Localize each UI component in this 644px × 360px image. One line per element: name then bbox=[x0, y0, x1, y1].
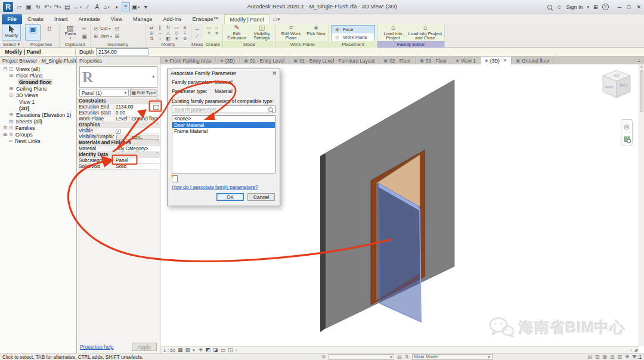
array-icon[interactable]: ≡ bbox=[184, 30, 187, 36]
customize-qat-icon[interactable]: ▾ bbox=[141, 2, 150, 11]
solid-void-value[interactable]: Solid bbox=[114, 164, 160, 169]
cancel-button[interactable]: Cancel bbox=[247, 193, 275, 201]
tree-item-views-all[interactable]: ⊟◫Views (all) bbox=[0, 66, 76, 72]
apply-button[interactable]: Apply bbox=[132, 343, 157, 351]
panel-caption-select[interactable]: Select ▾ bbox=[0, 41, 23, 48]
cut-geometry-button[interactable]: ⊘Cut▾ bbox=[92, 24, 112, 32]
view-tab-entry-level[interactable]: ▣01 - Entry Level bbox=[240, 57, 289, 64]
redo-icon[interactable]: ↷▾ bbox=[53, 2, 61, 11]
sun-path-icon[interactable]: ◐ bbox=[193, 347, 196, 353]
tab-modify-panel[interactable]: Modify | Panel bbox=[224, 14, 270, 24]
view-cube[interactable]: TOP RIGHT BACK bbox=[599, 68, 634, 103]
section-identity-data[interactable]: Identity Dataˆ bbox=[77, 152, 160, 158]
aligned-dimension-icon[interactable]: ∕ bbox=[83, 2, 92, 11]
parameter-item-door-material[interactable]: Door Material bbox=[172, 122, 275, 129]
properties-help-link[interactable]: Properties help bbox=[80, 344, 113, 350]
tree-item-ground-floor[interactable]: Ground floor bbox=[0, 79, 76, 85]
tree-item-revit-links[interactable]: ∞Revit Links bbox=[0, 138, 76, 144]
section-constraints[interactable]: Constraintsˆ bbox=[77, 98, 160, 104]
family-types-button[interactable]: ⌗ bbox=[42, 24, 57, 41]
measure-dropdown-icon[interactable]: ▾ bbox=[80, 5, 82, 9]
work-plane-value[interactable]: Level : Ground floor bbox=[114, 116, 160, 122]
default-3d-view-icon[interactable]: ⌂▾ bbox=[103, 2, 111, 11]
close-button[interactable]: ✕ bbox=[636, 4, 641, 10]
restore-button[interactable]: □ bbox=[627, 4, 630, 10]
crop-view-icon[interactable]: ◩ bbox=[206, 347, 211, 353]
print-icon[interactable]: ▤ bbox=[63, 2, 72, 11]
pin-icon[interactable]: ○ bbox=[159, 36, 162, 41]
undo-icon[interactable]: ↶▾ bbox=[44, 2, 52, 11]
expander-icon[interactable]: ⊟ bbox=[8, 73, 14, 78]
create-tool-icon-4[interactable]: ∗ bbox=[215, 30, 219, 36]
pick-new-button[interactable]: ∗Pick New bbox=[305, 24, 327, 41]
minimize-button[interactable]: ─ bbox=[618, 4, 621, 10]
search-parameters-input[interactable]: Search parameters bbox=[172, 105, 275, 113]
type-selector[interactable]: R ▾ bbox=[79, 66, 157, 88]
design-options-icon[interactable]: ⇅ bbox=[405, 354, 409, 359]
modify-button[interactable]: Modify bbox=[2, 24, 21, 41]
split-icon[interactable]: ◇ bbox=[175, 30, 178, 36]
expander-icon[interactable]: ⊟ bbox=[8, 92, 14, 98]
zoom-tool-icon[interactable] bbox=[624, 136, 630, 142]
tree-item-sheets[interactable]: ▤Sheets (all) bbox=[0, 118, 76, 125]
reveal-hidden-elements-icon[interactable]: ◲ bbox=[228, 347, 233, 353]
exclude-options-icon[interactable]: ▤ bbox=[588, 354, 593, 359]
trim-icon[interactable]: ▭ bbox=[174, 25, 179, 30]
create-tool-icon-2[interactable]: ○ bbox=[215, 25, 218, 30]
editable-only-icon[interactable]: ▤ bbox=[397, 354, 402, 359]
help-icon[interactable]: ? bbox=[602, 4, 609, 10]
dimension-icon[interactable]: ∕ bbox=[193, 33, 201, 40]
move-icon[interactable]: ⇄ bbox=[150, 25, 154, 30]
visibility-edit-button[interactable]: Edit... bbox=[116, 135, 159, 139]
visible-checkbox[interactable]: ✓ bbox=[116, 129, 120, 134]
switch-windows-icon[interactable]: ▣▾ bbox=[131, 2, 140, 11]
placement-face-option[interactable]: ◈Face bbox=[332, 26, 374, 33]
sign-in-dropdown-icon[interactable]: ▾ bbox=[587, 5, 590, 10]
project-browser-title[interactable]: Project Browser - M_Single-Flush.rfa bbox=[0, 57, 76, 64]
collapse-section-icon[interactable]: ˆ bbox=[156, 140, 160, 145]
tab-insert[interactable]: Insert bbox=[49, 14, 73, 24]
tree-item-families[interactable]: ⊞⊞Families bbox=[0, 125, 76, 131]
scale-icon[interactable]: ⇅ bbox=[150, 36, 154, 41]
visibility-settings-button[interactable]: ◫Visibility Settings bbox=[250, 24, 274, 41]
tab-add-ins[interactable]: Add-Ins bbox=[157, 14, 187, 24]
extrusion-start-value[interactable]: 0.00 bbox=[114, 110, 160, 116]
redo-dropdown-icon[interactable]: ▾ bbox=[60, 5, 61, 9]
expander-icon[interactable]: ⊞ bbox=[2, 125, 8, 131]
shadows-icon[interactable]: ☀ bbox=[198, 347, 203, 353]
undo-dropdown-icon[interactable]: ▾ bbox=[49, 5, 51, 9]
tree-item-floor-plans[interactable]: ⊟Floor Plans bbox=[0, 72, 76, 79]
select-links-icon[interactable]: ▦ bbox=[603, 354, 608, 359]
dialog-close-icon[interactable]: ✕ bbox=[272, 70, 277, 76]
edit-work-plane-button[interactable]: ⌗Edit Work Plane bbox=[278, 24, 304, 41]
extrusion-end-value[interactable]: 2134.00 bbox=[114, 104, 160, 110]
visual-style-icon[interactable]: ▧ bbox=[185, 347, 191, 353]
tree-item-view-1[interactable]: View 1 bbox=[0, 98, 76, 105]
collapse-view-control-bar-icon[interactable]: ‹ bbox=[236, 347, 237, 353]
text-icon[interactable]: A bbox=[93, 2, 101, 11]
demolish-icon[interactable]: ⊘ bbox=[183, 36, 187, 41]
vertical-scrollbar[interactable]: ∧ bbox=[639, 64, 644, 346]
associate-parameter-button[interactable] bbox=[153, 105, 159, 110]
create-tool-icon-3[interactable]: ⌗ bbox=[208, 30, 210, 36]
collapse-section-icon[interactable]: ˆ bbox=[156, 98, 160, 104]
parameter-item-none[interactable]: <none> bbox=[172, 116, 275, 122]
expander-icon[interactable]: ⊟ bbox=[2, 66, 8, 72]
wall-side-face[interactable] bbox=[320, 153, 326, 332]
design-options-combo[interactable]: Main Model▾ bbox=[412, 354, 493, 360]
paint-icon[interactable]: ⊞ bbox=[113, 33, 121, 40]
paste-button[interactable]: ▨Paste▾ bbox=[61, 24, 79, 41]
dialog-title-bar[interactable]: Associate Family Parameter ✕ bbox=[168, 69, 280, 77]
associate-help-link[interactable]: How do I associate family parameters? bbox=[172, 184, 258, 190]
app-store-icon[interactable]: ⊞ bbox=[593, 4, 598, 10]
tab-file[interactable]: File bbox=[2, 14, 22, 24]
collapse-section-icon[interactable]: ˆ bbox=[156, 152, 160, 157]
sign-in-link[interactable]: Sign In bbox=[566, 4, 583, 10]
detail-level-icon[interactable]: ▦ bbox=[178, 347, 183, 353]
view-tab-3d-active[interactable]: ◈(3D)✕ bbox=[481, 57, 512, 64]
show-crop-region-icon[interactable]: ◪ bbox=[213, 347, 218, 353]
view-tab-view-1[interactable]: ◈View 1 bbox=[451, 57, 481, 64]
material-value[interactable]: <By Category> bbox=[114, 146, 160, 151]
load-into-project-button[interactable]: ⌂Load into Project bbox=[379, 24, 407, 41]
load-into-project-and-close-button[interactable]: ⌂Load into Project and Close bbox=[408, 24, 442, 41]
